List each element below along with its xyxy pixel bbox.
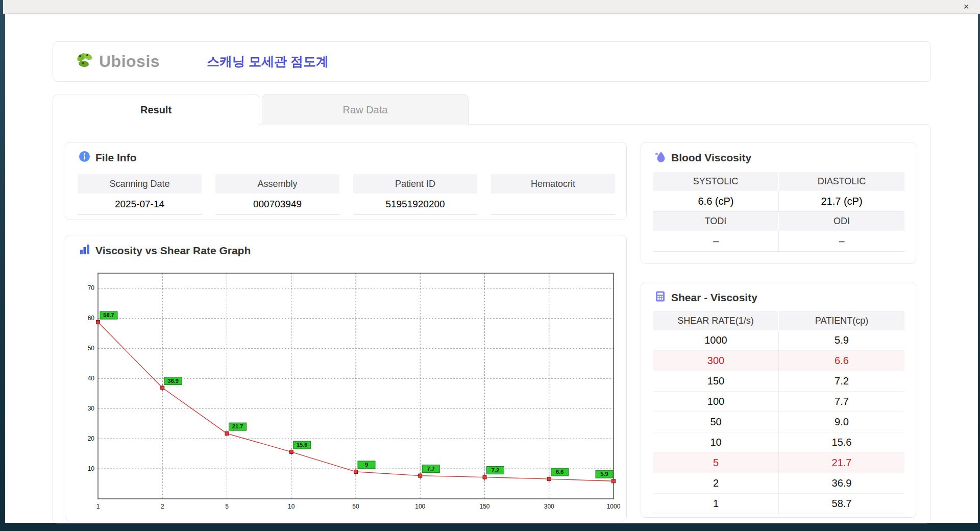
svg-text:30: 30 xyxy=(88,405,95,412)
file-info-field: Hematocrit xyxy=(491,174,615,215)
viscosity-chart: 102030405060701251050100150300100058.736… xyxy=(75,265,621,518)
field-label: Scanning Date xyxy=(78,174,202,194)
svg-text:60: 60 xyxy=(88,315,95,322)
bv-value-todi: – xyxy=(653,231,779,252)
blood-viscosity-title: Blood Viscosity xyxy=(671,152,751,164)
table-row: 300 6.6 xyxy=(653,351,904,371)
leaf-icon xyxy=(74,50,97,74)
sv-patient-value: 36.9 xyxy=(779,473,904,494)
sv-shear-value: 1 xyxy=(653,494,779,514)
field-label: Hematocrit xyxy=(491,174,615,194)
field-value: 2025-07-14 xyxy=(78,194,202,215)
svg-text:10: 10 xyxy=(288,503,295,510)
svg-text:15.6: 15.6 xyxy=(297,442,307,448)
table-row: 50 9.0 xyxy=(653,412,904,432)
field-value: 000703949 xyxy=(215,194,339,215)
sv-col-shear-rate: SHEAR RATE(1/s) xyxy=(653,311,779,330)
file-info-fields: Scanning Date 2025-07-14 Assembly 000703… xyxy=(78,174,615,215)
sv-shear-value: 150 xyxy=(653,371,779,392)
field-value xyxy=(491,194,615,215)
svg-text:2: 2 xyxy=(161,503,164,510)
sv-shear-value: 5 xyxy=(653,453,779,473)
header: Ubiosis 스캐닝 모세관 점도계 xyxy=(53,41,931,82)
bv-value-odi: – xyxy=(779,231,904,252)
sv-patient-value: 58.7 xyxy=(779,494,904,514)
calculator-icon xyxy=(654,291,666,304)
result-panel: File Info Scanning Date 2025-07-14 Assem… xyxy=(53,124,931,523)
droplet-icon xyxy=(654,151,666,164)
table-row: 150 7.2 xyxy=(653,371,904,392)
sv-shear-value: 50 xyxy=(653,412,779,432)
sv-col-patient: PATIENT(cp) xyxy=(779,311,904,330)
app-window: Ubiosis 스캐닝 모세관 점도계 Result Raw Data File… xyxy=(5,14,978,523)
field-label: Patient ID xyxy=(353,174,477,194)
sv-shear-value: 10 xyxy=(653,432,779,453)
ubiosis-logo: Ubiosis xyxy=(74,50,160,74)
svg-text:6.6: 6.6 xyxy=(556,469,564,475)
bv-value-diastolic: 21.7 (cP) xyxy=(779,191,904,212)
sv-patient-value: 7.7 xyxy=(779,392,904,412)
shear-viscosity-title: Shear - Viscosity xyxy=(671,292,757,304)
bar-chart-icon xyxy=(79,244,90,257)
sv-shear-value: 300 xyxy=(653,351,779,371)
table-row: 2 36.9 xyxy=(653,473,904,494)
svg-text:300: 300 xyxy=(544,503,554,510)
file-info-title: File Info xyxy=(95,152,137,164)
bv-header-systolic: SYSTOLIC xyxy=(653,172,779,191)
tab-bar: Result Raw Data xyxy=(53,94,471,125)
sv-shear-value: 100 xyxy=(653,392,779,412)
tab-result[interactable]: Result xyxy=(53,94,259,125)
sv-patient-value: 21.7 xyxy=(779,453,904,473)
graph-card: Viscosity vs Shear Rate Graph 1020304050… xyxy=(65,235,627,521)
bv-header-todi: TODI xyxy=(653,212,779,231)
graph-title: Viscosity vs Shear Rate Graph xyxy=(95,245,251,257)
sv-shear-value: 1000 xyxy=(653,330,779,351)
table-row: 10 15.6 xyxy=(653,432,904,453)
sv-patient-value: 6.6 xyxy=(779,351,904,371)
close-button[interactable]: × xyxy=(961,1,972,12)
svg-text:1000: 1000 xyxy=(607,503,621,510)
svg-text:20: 20 xyxy=(88,435,95,442)
field-label: Assembly xyxy=(215,174,339,194)
svg-text:7.2: 7.2 xyxy=(492,467,499,473)
svg-text:50: 50 xyxy=(88,345,95,352)
sv-shear-value: 2 xyxy=(653,473,779,494)
window-titlebar: × xyxy=(3,0,980,14)
svg-text:58.7: 58.7 xyxy=(103,312,114,318)
blood-viscosity-table: SYSTOLIC DIASTOLIC 6.6 (cP) 21.7 (cP) TO… xyxy=(653,172,904,252)
svg-text:50: 50 xyxy=(352,503,359,510)
table-row: 1 58.7 xyxy=(653,494,904,514)
info-icon xyxy=(79,151,90,164)
table-row: 100 7.7 xyxy=(653,392,904,412)
file-info-card: File Info Scanning Date 2025-07-14 Assem… xyxy=(65,142,627,220)
svg-text:36.9: 36.9 xyxy=(168,378,179,384)
sv-patient-value: 5.9 xyxy=(779,330,904,351)
svg-text:9: 9 xyxy=(365,462,368,468)
svg-text:1: 1 xyxy=(96,503,100,510)
svg-text:21.7: 21.7 xyxy=(232,423,243,429)
svg-text:40: 40 xyxy=(88,375,95,382)
sv-patient-value: 9.0 xyxy=(779,412,904,432)
bv-header-diastolic: DIASTOLIC xyxy=(779,172,904,191)
tab-raw-data[interactable]: Raw Data xyxy=(262,94,469,125)
sv-patient-value: 7.2 xyxy=(779,371,904,392)
svg-text:7.7: 7.7 xyxy=(427,466,435,472)
sv-patient-value: 15.6 xyxy=(779,432,904,453)
shear-viscosity-card: Shear - Viscosity SHEAR RATE(1/s) PATIEN… xyxy=(641,282,916,518)
page-title: 스캐닝 모세관 점도계 xyxy=(207,53,329,70)
file-info-field: Scanning Date 2025-07-14 xyxy=(78,174,202,215)
svg-text:150: 150 xyxy=(479,503,489,510)
svg-text:100: 100 xyxy=(415,503,425,510)
field-value: 51951920200 xyxy=(353,194,477,215)
svg-text:70: 70 xyxy=(88,284,95,292)
sv-rows: 1000 5.9 300 6.6 150 7.2 100 7.7 50 9.0 … xyxy=(653,330,904,514)
file-info-field: Patient ID 51951920200 xyxy=(353,174,477,215)
svg-text:5: 5 xyxy=(225,503,229,510)
svg-text:10: 10 xyxy=(88,465,95,472)
logo-text: Ubiosis xyxy=(99,52,160,71)
svg-text:5.9: 5.9 xyxy=(600,471,608,477)
bv-header-odi: ODI xyxy=(779,212,904,231)
bv-value-systolic: 6.6 (cP) xyxy=(653,191,779,212)
shear-viscosity-table: SHEAR RATE(1/s) PATIENT(cp) 1000 5.9 300… xyxy=(653,311,904,514)
table-row: 1000 5.9 xyxy=(653,330,904,351)
